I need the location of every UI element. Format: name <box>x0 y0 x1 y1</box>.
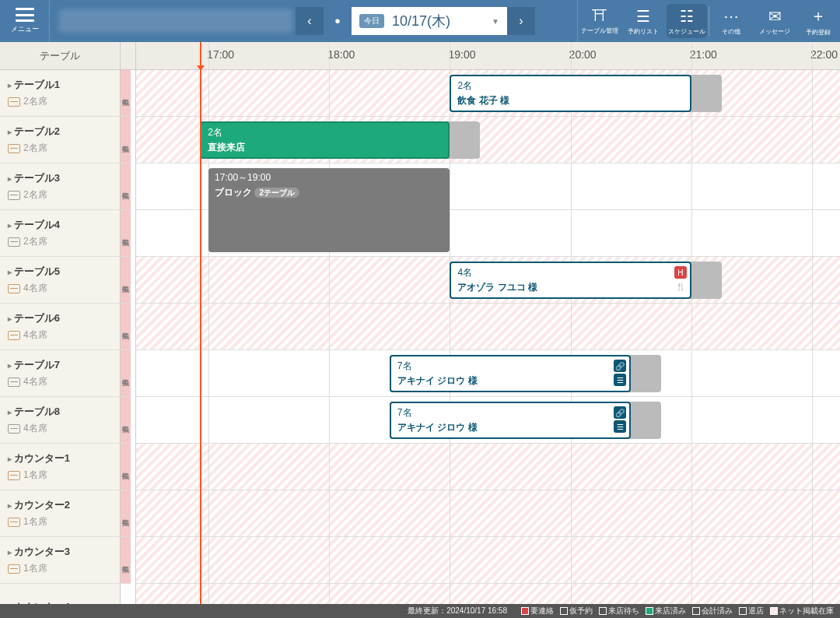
time-label: 21:00 <box>690 48 717 61</box>
legend-swatch <box>599 607 607 615</box>
other-button[interactable]: ⋯ その他 <box>709 0 753 42</box>
plus-icon: ＋ <box>810 5 826 26</box>
legend-swatch <box>692 607 700 615</box>
hour-gridline <box>571 42 572 70</box>
date-picker[interactable]: 今日 10/17(木) ▼ <box>352 7 507 35</box>
table-name: テーブル4 <box>8 218 112 232</box>
reservation-block[interactable]: 17:00～19:00ブロック 2テーブル <box>208 168 450 252</box>
reservation-name: ブロック 2テーブル <box>215 186 443 199</box>
reservation-block[interactable]: 7名アキナイ ジロウ 様🔗☰ <box>390 355 631 392</box>
store-name-blurred <box>59 9 292 33</box>
hamburger-icon <box>16 8 34 22</box>
today-dot-button[interactable]: • <box>324 7 352 35</box>
table-management-button[interactable]: ⛩ テーブル管理 <box>578 0 621 42</box>
table-seats: 4名席 <box>8 328 112 342</box>
table-name: テーブル6 <box>8 311 112 325</box>
reservation-name: 飲食 花子 様 <box>457 94 683 107</box>
meal-icon: 🍴 <box>674 280 687 293</box>
legend-item: 来店済み <box>646 606 686 615</box>
table-name: テーブル2 <box>8 125 112 139</box>
legend-swatch <box>646 607 653 615</box>
publish-status-cell: 掲載中 <box>121 490 131 537</box>
link-icon: 🔗 <box>614 360 626 372</box>
reservation-count: 7名 <box>397 360 623 373</box>
publish-column-header <box>121 42 135 70</box>
publish-status-cell: 掲載中 <box>121 537 131 584</box>
table-seats: 1名席 <box>8 515 112 528</box>
timeline-row[interactable] <box>136 490 840 537</box>
table-row[interactable]: テーブル22名席 <box>0 117 120 163</box>
last-updated: 最終更新：2024/10/17 16:58 <box>408 606 507 616</box>
timeline-row[interactable] <box>136 584 840 604</box>
table-row[interactable]: テーブル74名席 <box>0 350 120 397</box>
time-label: 20:00 <box>569 48 597 61</box>
next-day-button[interactable]: › <box>507 7 535 35</box>
table-name: カウンター3 <box>8 545 112 559</box>
timeline[interactable]: 17:0018:0019:0020:0021:0022:00 2名飲食 花子 様… <box>136 42 840 604</box>
new-reservation-button[interactable]: ＋ 予約登録 <box>796 0 840 42</box>
table-row[interactable]: テーブル64名席 <box>0 304 120 350</box>
time-label: 22:00 <box>810 48 838 61</box>
seat-icon <box>8 144 20 153</box>
reservation-count: 4名 <box>457 266 683 279</box>
table-row[interactable]: カウンター11名席 <box>0 444 120 490</box>
legend-item: ネット掲載在庫 <box>770 606 834 615</box>
table-row[interactable]: テーブル84名席 <box>0 397 120 444</box>
publish-status-cell: 掲載中 <box>121 163 131 210</box>
seat-icon <box>8 331 20 340</box>
dots-icon: ⋯ <box>723 7 739 26</box>
time-axis-header: 17:0018:0019:0020:0021:0022:00 <box>136 42 840 70</box>
publish-status-cell: 掲載中 <box>121 117 131 163</box>
seat-icon <box>8 97 20 107</box>
table-name: カウンター2 <box>8 498 112 512</box>
seat-icon <box>8 564 20 574</box>
current-time-line <box>200 70 201 604</box>
reservation-block[interactable]: 7名アキナイ ジロウ 様🔗☰ <box>390 402 631 439</box>
timeline-body[interactable]: 2名飲食 花子 様2名直接来店17:00～19:00ブロック 2テーブル4名アオ… <box>136 70 840 604</box>
hour-gridline <box>691 70 692 604</box>
table-row[interactable]: カウンター31名席 <box>0 537 120 584</box>
table-seats: 2名席 <box>8 142 112 155</box>
hour-gridline <box>812 42 813 70</box>
prev-day-button[interactable]: ‹ <box>296 7 324 35</box>
publish-status-cell: 掲載中 <box>121 304 131 350</box>
schedule-button[interactable]: ☷ スケジュール <box>667 4 707 38</box>
reservation-block[interactable]: 4名アオゾラ フユコ 様H🍴 <box>450 262 691 299</box>
current-date: 10/17(木) <box>392 12 450 30</box>
table-seats: 1名席 <box>8 469 112 482</box>
hour-gridline <box>571 70 572 604</box>
table-sidebar: テーブル テーブル12名席テーブル22名席テーブル32名席テーブル42名席テーブ… <box>0 42 121 604</box>
memo-icon: ☰ <box>614 420 626 433</box>
table-seats: 4名席 <box>8 375 112 388</box>
table-row[interactable]: カウンター21名席 <box>0 490 120 537</box>
timeline-row[interactable] <box>136 304 840 350</box>
table-row[interactable]: テーブル12名席 <box>0 70 120 117</box>
table-row[interactable]: テーブル54名席 <box>0 257 120 304</box>
now-marker-icon <box>197 65 205 71</box>
menu-label: メニュー <box>11 24 39 34</box>
reservation-list-button[interactable]: ☰ 予約リスト <box>621 0 665 42</box>
hour-gridline <box>812 70 813 604</box>
timeline-row[interactable] <box>136 537 840 584</box>
seat-icon <box>8 471 20 480</box>
seat-icon <box>8 518 20 527</box>
reservation-count: 2名 <box>457 79 683 93</box>
message-button[interactable]: ✉ メッセージ <box>753 0 796 42</box>
time-label: 18:00 <box>327 48 355 61</box>
table-row[interactable]: テーブル42名席 <box>0 210 120 257</box>
hour-gridline <box>208 42 209 70</box>
table-seats: 2名席 <box>8 95 112 108</box>
menu-button[interactable]: メニュー <box>0 0 50 42</box>
date-navigator: ‹ • 今日 10/17(木) ▼ › <box>296 7 535 35</box>
legend-item: 来店待ち <box>599 606 639 615</box>
legend-item: 退店 <box>739 606 764 615</box>
timeline-row[interactable] <box>136 444 840 490</box>
legend-swatch <box>521 607 529 615</box>
publish-status-cell: 掲載中 <box>121 210 131 257</box>
table-row[interactable]: テーブル32名席 <box>0 163 120 210</box>
reservation-block[interactable]: 2名直接来店 <box>200 121 450 159</box>
reservation-count: 2名 <box>208 126 442 139</box>
reservation-block[interactable]: 2名飲食 花子 様 <box>450 75 691 112</box>
seat-icon <box>8 424 20 434</box>
schedule-grid: テーブル テーブル12名席テーブル22名席テーブル32名席テーブル42名席テーブ… <box>0 42 840 604</box>
